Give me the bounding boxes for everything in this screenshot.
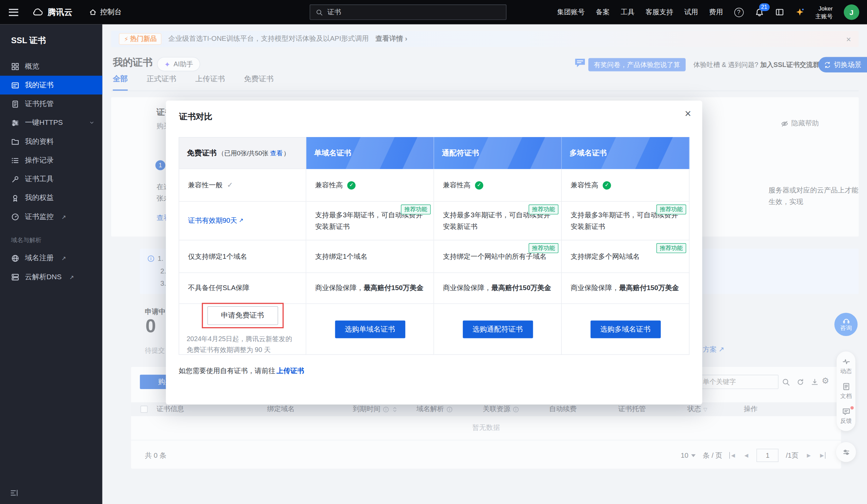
sidebar-item-one-click-https[interactable]: 一键HTTPS <box>0 113 103 132</box>
cell-compat-single: 兼容性高✓ <box>306 169 434 202</box>
highlight-box: 申请免费证书 <box>201 303 283 329</box>
sidebar-item-my-certificates[interactable]: 我的证书 <box>0 76 103 95</box>
sidebar-item-cert-monitor[interactable]: 证书监控 ↗ <box>0 207 103 226</box>
cloud-logo-icon <box>32 8 44 16</box>
nav-billing[interactable]: 费用 <box>709 8 723 17</box>
buy-wildcard-button[interactable]: 选购通配符证书 <box>462 320 533 338</box>
cell-validity-multi: 推荐功能支持最多3年期证书，可自动续费并安装新证书 <box>562 202 689 240</box>
modal-footer-note: 如您需要使用自有证书，请前往上传证书 <box>179 366 304 376</box>
column-header-free-cert: 免费证书 （已用0张/共50张查看） <box>179 137 306 169</box>
nav-tools[interactable]: 工具 <box>621 8 635 17</box>
sidebar-item-cert-tools[interactable]: 证书工具 <box>0 170 103 188</box>
certificate-comparison-modal: 证书对比 × 免费证书 （已用0张/共50张查看） 单域名证书 通配符证书 多域… <box>166 101 702 405</box>
topbar-nav: 集团账号 备案 工具 客服支持 试用 费用 ? 21 Joker 主账号 J <box>557 4 867 20</box>
certificate-icon <box>11 81 19 89</box>
column-header-single-domain: 单域名证书 <box>306 137 434 169</box>
sidebar: SSL 证书 概览 我的证书 证书托管 一键HTTPS 我的资料 操作记录 <box>0 24 103 504</box>
cell-sla-free: 不具备任何SLA保障 <box>179 273 306 304</box>
brand-name: 腾讯云 <box>47 7 73 17</box>
check-circle-icon: ✓ <box>475 181 483 189</box>
globe-icon <box>11 254 19 262</box>
free-cert-note: 2024年4月25日起，腾讯云新签发的免费证书有效期调整为 90 天 <box>186 334 298 355</box>
wrench-icon <box>11 175 19 183</box>
recommended-badge: 推荐功能 <box>656 243 686 253</box>
grid-icon <box>11 62 19 70</box>
sidebar-item-domain-registration[interactable]: 域名注册 ↗ <box>0 249 103 267</box>
gauge-icon <box>11 212 19 221</box>
sidebar-item-overview[interactable]: 概览 <box>0 57 103 76</box>
cell-action-single: 选购单域名证书 <box>306 304 434 355</box>
cell-domains-multi: 推荐功能支持绑定多个网站域名 <box>562 240 689 273</box>
account-info[interactable]: Joker 主账号 <box>815 4 833 20</box>
product-title: SSL 证书 <box>0 24 103 57</box>
promo-spark-icon[interactable] <box>795 8 804 17</box>
help-icon[interactable]: ? <box>734 8 743 17</box>
column-header-wildcard: 通配符证书 <box>434 137 562 169</box>
cell-sla-multi: 商业保险保障，最高赔付150万美金 <box>562 273 689 304</box>
apply-free-cert-button[interactable]: 申请免费证书 <box>207 306 278 325</box>
tencent-cloud-logo[interactable]: 腾讯云 <box>32 7 73 17</box>
sidebar-item-my-benefits[interactable]: 我的权益 <box>0 188 103 207</box>
cell-compat-wildcard: 兼容性高✓ <box>434 169 562 202</box>
avatar[interactable]: J <box>844 4 859 20</box>
nav-icp-filing[interactable]: 备案 <box>596 8 610 17</box>
hosting-icon <box>11 100 19 108</box>
cell-action-multi: 选购多域名证书 <box>562 304 689 355</box>
topbar-search-value: 证书 <box>327 8 341 17</box>
sidebar-item-operation-log[interactable]: 操作记录 <box>0 151 103 170</box>
view-quota-link[interactable]: 查看 <box>270 150 283 156</box>
topbar: 腾讯云 控制台 证书 集团账号 备案 工具 客服支持 试用 费用 ? 21 <box>0 0 867 24</box>
check-icon: ✓ <box>227 179 233 191</box>
buy-multi-domain-button[interactable]: 选购多域名证书 <box>590 320 661 338</box>
cell-domains-wildcard: 推荐功能支持绑定一个网站中的所有子域名 <box>434 240 562 273</box>
notifications-icon[interactable]: 21 <box>754 8 764 17</box>
upload-cert-link[interactable]: 上传证书 <box>277 367 304 375</box>
cell-validity-single: 推荐功能支持最多3年期证书，可自动续费并安装新证书 <box>306 202 434 240</box>
dns-icon <box>11 273 19 281</box>
console-link[interactable]: 控制台 <box>89 7 122 17</box>
cell-action-wildcard: 选购通配符证书 <box>434 304 562 355</box>
recommended-badge: 推荐功能 <box>529 243 559 253</box>
chevron-down-icon <box>89 120 95 125</box>
recommended-badge: 推荐功能 <box>529 205 559 214</box>
folder-icon <box>11 138 19 145</box>
comparison-table: 免费证书 （已用0张/共50张查看） 单域名证书 通配符证书 多域名证书 兼容性… <box>179 137 690 355</box>
sidebar-item-dns[interactable]: 云解析DNS ↗ <box>0 268 103 286</box>
nav-group-account[interactable]: 集团账号 <box>557 8 585 17</box>
free-validity-link[interactable]: 证书有效期90天↗ <box>188 215 244 227</box>
buy-single-domain-button[interactable]: 选购单域名证书 <box>335 320 405 338</box>
user-name: Joker <box>819 4 833 12</box>
cell-domains-single: 支持绑定1个域名 <box>306 240 434 273</box>
cell-compat-free: 兼容性一般✓ <box>179 169 306 202</box>
cell-validity-wildcard: 推荐功能支持最多3年期证书，可自动续费并安装新证书 <box>434 202 562 240</box>
nav-support[interactable]: 客服支持 <box>645 8 673 17</box>
sidebar-section-domains: 域名与解析 <box>0 226 103 249</box>
user-role: 主账号 <box>815 12 833 20</box>
external-link-icon: ↗ <box>61 255 66 261</box>
external-link-icon: ↗ <box>239 216 244 226</box>
external-link-icon: ↗ <box>61 213 66 220</box>
list-icon <box>11 156 19 164</box>
collapse-sidebar-icon[interactable] <box>10 489 19 497</box>
cell-compat-multi: 兼容性高✓ <box>562 169 689 202</box>
column-header-multi-domain: 多域名证书 <box>562 137 689 169</box>
app-root: 腾讯云 控制台 证书 集团账号 备案 工具 客服支持 试用 费用 ? 21 <box>0 0 867 504</box>
sliders-icon <box>11 119 19 127</box>
close-icon[interactable]: × <box>685 108 691 119</box>
recommended-badge: 推荐功能 <box>656 205 686 214</box>
check-circle-icon: ✓ <box>603 181 611 189</box>
sidebar-item-my-profile[interactable]: 我的资料 <box>0 132 103 151</box>
modal-title: 证书对比 <box>179 111 213 122</box>
cell-validity-free: 证书有效期90天↗ <box>179 202 306 240</box>
sidebar-item-cert-hosting[interactable]: 证书托管 <box>0 95 103 113</box>
workbench-icon[interactable] <box>775 8 784 17</box>
menu-icon[interactable] <box>9 9 18 16</box>
cell-sla-single: 商业保险保障，最高赔付150万美金 <box>306 273 434 304</box>
notification-badge: 21 <box>759 3 769 11</box>
check-circle-icon: ✓ <box>347 181 356 189</box>
cell-domains-free: 仅支持绑定1个域名 <box>179 240 306 273</box>
external-link-icon: ↗ <box>69 274 74 280</box>
topbar-search-input[interactable]: 证书 <box>310 4 507 20</box>
nav-trial[interactable]: 试用 <box>684 8 698 17</box>
cell-action-free: 申请免费证书 2024年4月25日起，腾讯云新签发的免费证书有效期调整为 90 … <box>179 304 306 355</box>
